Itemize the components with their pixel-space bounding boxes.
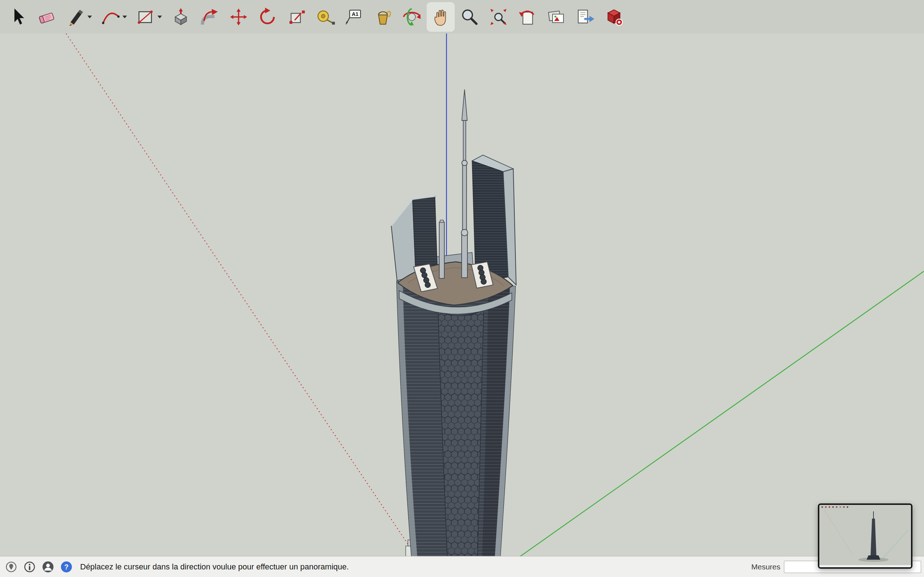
push-pull-icon <box>170 6 191 27</box>
viewport-canvas[interactable] <box>0 0 924 577</box>
status-bar: ? Déplacez le curseur dans la direction … <box>0 556 924 577</box>
location-icon[interactable] <box>5 561 17 573</box>
mast-short <box>439 220 444 279</box>
help-icon[interactable]: ? <box>60 561 73 573</box>
svg-text:A1: A1 <box>352 11 359 17</box>
rotate-icon <box>257 6 278 27</box>
tool-orbit[interactable] <box>397 2 426 32</box>
pan-hand-icon <box>430 6 451 27</box>
tool-arcs[interactable] <box>96 2 131 32</box>
shapes-menu-caret-icon[interactable] <box>157 15 162 19</box>
toolbar: A1 <box>0 0 924 34</box>
tool-send-to-layout[interactable] <box>571 2 599 32</box>
orbit-icon <box>401 6 422 27</box>
tool-tape-measure[interactable] <box>311 2 340 32</box>
zoom-icon <box>459 6 480 27</box>
tool-zoom[interactable] <box>455 2 484 32</box>
scale-icon <box>286 6 307 27</box>
arc-icon <box>100 6 121 27</box>
mast-tall <box>461 89 468 278</box>
tool-shapes[interactable] <box>131 2 166 32</box>
arcs-menu-caret-icon[interactable] <box>122 15 128 19</box>
tool-follow-me[interactable] <box>195 2 224 32</box>
tool-zoom-extents[interactable] <box>484 2 513 32</box>
tool-eraser[interactable] <box>32 2 61 32</box>
tool-move[interactable] <box>224 2 253 32</box>
tool-extension-warehouse[interactable] <box>599 2 628 32</box>
zoom-extents-icon <box>488 6 509 27</box>
tool-push-pull[interactable] <box>166 2 195 32</box>
send-to-layout-icon <box>575 6 596 27</box>
tool-scenes[interactable] <box>542 2 571 32</box>
select-icon <box>8 6 29 27</box>
text-icon: A1 <box>344 6 365 27</box>
tool-text[interactable]: A1 <box>340 2 368 32</box>
tool-previous-view[interactable] <box>513 2 542 32</box>
tool-paint-bucket[interactable] <box>368 2 397 32</box>
eraser-icon <box>36 6 57 27</box>
paint-bucket-icon <box>373 6 393 27</box>
tool-rotate[interactable] <box>253 2 282 32</box>
scenes-icon <box>546 6 567 27</box>
pencil-icon <box>65 6 86 27</box>
previous-view-icon <box>517 6 538 27</box>
move-icon <box>228 6 249 27</box>
tape-measure-icon <box>315 6 336 27</box>
lines-menu-caret-icon[interactable] <box>87 15 92 19</box>
extension-warehouse-icon <box>604 6 624 27</box>
svg-text:?: ? <box>64 562 69 571</box>
account-icon[interactable] <box>42 561 54 573</box>
status-message: Déplacez le curseur dans la direction vo… <box>80 562 349 572</box>
tower-body <box>397 281 515 556</box>
measurements-label: Mesures <box>751 562 780 571</box>
preview-thumbnail[interactable] <box>818 503 913 569</box>
tool-pan[interactable] <box>426 2 455 32</box>
tool-select[interactable] <box>3 2 32 32</box>
info-icon[interactable] <box>23 561 36 573</box>
preview-scene <box>819 505 911 567</box>
tool-lines[interactable] <box>61 2 96 32</box>
follow-me-icon <box>199 6 220 27</box>
shapes-icon <box>135 6 156 27</box>
tool-scale[interactable] <box>282 2 311 32</box>
